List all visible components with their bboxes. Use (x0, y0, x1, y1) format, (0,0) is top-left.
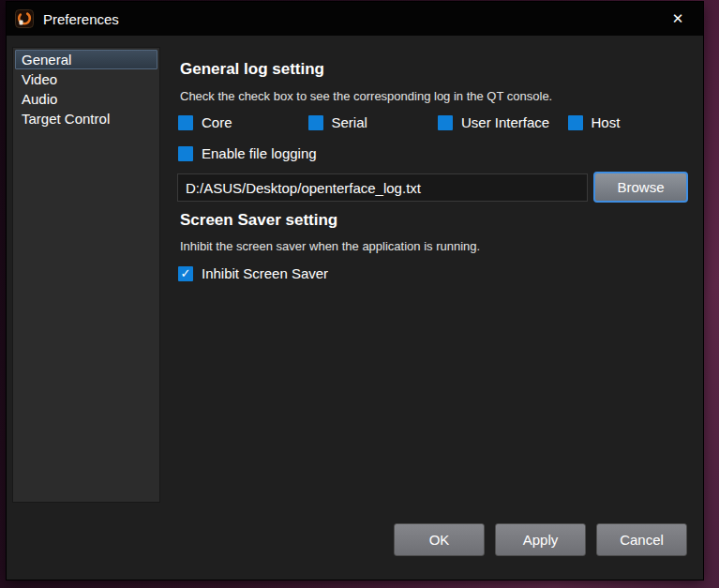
checkbox-enable-file-logging[interactable]: Enable file logging (178, 145, 317, 161)
sidebar-item-video[interactable]: Video (15, 69, 157, 89)
close-icon: ✕ (672, 10, 684, 27)
window-title: Preferences (43, 11, 119, 27)
checkbox-inhibit-screen-saver[interactable]: ✓ Inhibit Screen Saver (178, 265, 328, 281)
checkbox-serial-box (308, 115, 323, 130)
checkbox-user-interface-label: User Interface (461, 114, 549, 130)
general-log-description: Check the check box to see the correspon… (180, 89, 552, 104)
checkbox-inhibit-screen-saver-label: Inhibit Screen Saver (202, 265, 328, 281)
check-icon: ✓ (181, 266, 191, 281)
checkbox-core[interactable]: Core (178, 114, 232, 130)
sidebar-item-target-control[interactable]: Target Control (15, 109, 157, 128)
general-log-heading: General log setting (180, 59, 324, 80)
sidebar-item-audio[interactable]: Audio (15, 89, 157, 109)
checkbox-host-box (568, 115, 583, 130)
checkbox-enable-file-logging-box (178, 146, 193, 161)
sidebar-list: General Video Audio Target Control (12, 47, 160, 503)
log-file-path-input[interactable] (177, 173, 588, 202)
checkbox-serial[interactable]: Serial (308, 114, 367, 130)
apply-button[interactable]: Apply (495, 523, 586, 556)
checkbox-user-interface-box (438, 115, 453, 130)
titlebar[interactable]: Preferences ✕ (7, 2, 703, 36)
close-button[interactable]: ✕ (659, 2, 697, 36)
checkbox-serial-label: Serial (332, 114, 367, 130)
inhibit-row: ✓ Inhibit Screen Saver (178, 265, 328, 281)
checkbox-host[interactable]: Host (568, 114, 621, 130)
checkbox-enable-file-logging-label: Enable file logging (202, 145, 317, 161)
ok-button[interactable]: OK (394, 523, 485, 556)
checkbox-user-interface[interactable]: User Interface (438, 114, 549, 130)
checkbox-host-label: Host (592, 114, 621, 130)
preferences-window: Preferences ✕ General Video Audio Target… (7, 2, 703, 580)
sidebar-item-general[interactable]: General (15, 50, 157, 69)
file-logging-row: Enable file logging (178, 145, 317, 161)
screen-saver-description: Inhibit the screen saver when the applic… (180, 239, 480, 254)
log-checkbox-row: Core Serial User Interface Host (178, 114, 620, 130)
cancel-button[interactable]: Cancel (596, 523, 687, 556)
screen-saver-heading: Screen Saver setting (180, 210, 337, 231)
checkbox-core-label: Core (202, 114, 232, 130)
browse-button[interactable]: Browse (593, 172, 688, 203)
checkbox-inhibit-screen-saver-box: ✓ (178, 266, 193, 281)
checkbox-core-box (178, 115, 193, 130)
app-icon (15, 9, 34, 28)
